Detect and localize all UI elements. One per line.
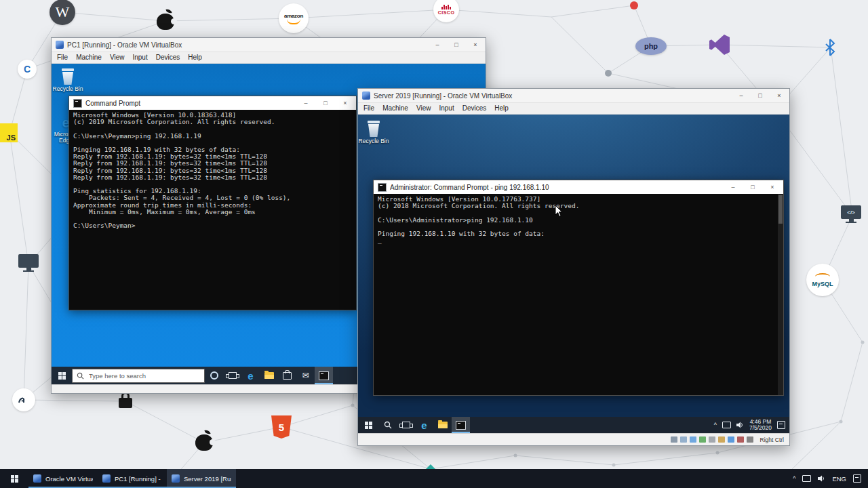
search-button[interactable] bbox=[378, 417, 397, 433]
file-explorer-button[interactable] bbox=[260, 367, 278, 384]
mysql-label: MySQL bbox=[812, 281, 833, 287]
vm1-cmd-window[interactable]: Command Prompt – □ × Microsoft Windows [… bbox=[68, 96, 357, 310]
taskbar-search[interactable] bbox=[72, 369, 205, 383]
cmd-scrollbar[interactable] bbox=[778, 194, 783, 395]
speaker-icon[interactable] bbox=[736, 422, 744, 428]
start-button[interactable] bbox=[358, 422, 378, 429]
start-button[interactable] bbox=[52, 372, 72, 380]
menu-help[interactable]: Help bbox=[490, 103, 513, 114]
taskbar-item-pc1[interactable]: PC1 [Running] - Or... bbox=[98, 469, 167, 488]
menu-view[interactable]: View bbox=[106, 52, 129, 63]
maximize-button[interactable]: □ bbox=[452, 41, 461, 48]
tray-chevron-icon[interactable]: ^ bbox=[714, 422, 717, 428]
virtualbox-window-server2019[interactable]: Server 2019 [Running] - Oracle VM Virtua… bbox=[357, 88, 790, 446]
vm2-taskbar: e ^ 4:46 PM 7/5/2020 bbox=[358, 417, 789, 433]
vm2-system-tray: ^ 4:46 PM 7/5/2020 bbox=[714, 419, 789, 432]
vm1-cmd-titlebar[interactable]: Command Prompt – □ × bbox=[69, 96, 356, 110]
menu-machine[interactable]: Machine bbox=[378, 103, 412, 114]
menu-devices[interactable]: Devices bbox=[152, 52, 184, 63]
vm2-statusbar: Right Ctrl bbox=[358, 433, 789, 445]
close-button[interactable]: × bbox=[774, 92, 784, 99]
php-label: php bbox=[644, 42, 658, 50]
search-icon bbox=[77, 372, 84, 380]
vm2-cmd-window[interactable]: Administrator: Command Prompt - ping 192… bbox=[373, 180, 784, 396]
menu-input[interactable]: Input bbox=[128, 52, 151, 63]
vm1-cmd-output[interactable]: Microsoft Windows [Version 10.0.18363.41… bbox=[69, 110, 356, 310]
task-view-button[interactable] bbox=[223, 367, 241, 384]
internet-explorer-button[interactable]: e bbox=[415, 417, 433, 433]
menu-machine[interactable]: Machine bbox=[72, 52, 106, 63]
internet-explorer-icon: e bbox=[421, 420, 427, 430]
clock[interactable]: 4:46 PM 7/5/2020 bbox=[749, 419, 772, 432]
cmd-icon bbox=[73, 99, 82, 108]
mail-icon: ✉ bbox=[302, 371, 309, 380]
audio-icon bbox=[690, 436, 696, 443]
cmd-close-button[interactable]: × bbox=[340, 100, 350, 106]
vm1-titlebar[interactable]: PC1 [Running] - Oracle VM VirtualBox – □… bbox=[52, 38, 486, 52]
language-indicator[interactable]: ENG bbox=[832, 475, 846, 483]
maximize-button[interactable]: □ bbox=[755, 92, 765, 99]
close-button[interactable]: × bbox=[471, 41, 480, 48]
cmd-maximize-button[interactable]: □ bbox=[321, 100, 330, 106]
windows-start-icon bbox=[11, 475, 18, 483]
menu-input[interactable]: Input bbox=[435, 103, 458, 114]
cmd-taskbar-button[interactable] bbox=[452, 417, 470, 433]
task-view-button[interactable] bbox=[397, 417, 415, 433]
menu-file[interactable]: File bbox=[53, 52, 72, 63]
recycle-bin-icon[interactable]: Recycle Bin bbox=[52, 68, 85, 92]
edge-icon: e bbox=[248, 371, 253, 381]
menu-devices[interactable]: Devices bbox=[458, 103, 491, 114]
amazon-icon: amazon bbox=[279, 3, 309, 33]
vm2-titlebar[interactable]: Server 2019 [Running] - Oracle VM Virtua… bbox=[358, 89, 789, 103]
vm2-cmd-titlebar[interactable]: Administrator: Command Prompt - ping 192… bbox=[374, 180, 783, 194]
taskbar-item-server2019[interactable]: Server 2019 [Runni... bbox=[167, 469, 236, 488]
html5-icon: 5 bbox=[271, 415, 292, 439]
tray-chevron-icon[interactable]: ^ bbox=[793, 476, 795, 482]
minimize-button[interactable]: – bbox=[433, 41, 442, 48]
taskbar-item-label: PC1 [Running] - Or... bbox=[115, 475, 162, 483]
folder-icon bbox=[264, 372, 274, 379]
host-start-button[interactable] bbox=[0, 469, 28, 488]
edge-taskbar-button[interactable]: e bbox=[241, 367, 260, 384]
code-monitor-icon: </> bbox=[841, 205, 861, 223]
host-key-label: Right Ctrl bbox=[760, 436, 784, 443]
cmd-taskbar-button[interactable] bbox=[315, 367, 333, 384]
menu-help[interactable]: Help bbox=[184, 52, 206, 63]
search-input[interactable] bbox=[87, 371, 200, 380]
store-button[interactable] bbox=[278, 367, 296, 384]
menu-view[interactable]: View bbox=[412, 103, 435, 114]
action-center-icon[interactable] bbox=[777, 421, 785, 429]
cmd-minimize-button[interactable]: – bbox=[301, 100, 311, 106]
cortana-button[interactable] bbox=[205, 367, 223, 384]
taskbar-item-virtualbox-manager[interactable]: Oracle VM VirtualB... bbox=[28, 469, 98, 488]
network-icon[interactable] bbox=[802, 475, 811, 482]
vm2-cmd-title: Administrator: Command Prompt - ping 192… bbox=[390, 184, 725, 191]
vm2-cmd-output[interactable]: Microsoft Windows [Version 10.0.17763.73… bbox=[374, 194, 783, 395]
mouse-integration-icon bbox=[747, 436, 753, 443]
menu-file[interactable]: File bbox=[359, 103, 378, 114]
file-explorer-button[interactable] bbox=[433, 417, 452, 433]
network-icon[interactable] bbox=[722, 422, 731, 428]
virtualbox-icon bbox=[56, 41, 64, 49]
task-view-icon bbox=[402, 422, 410, 428]
speaker-icon[interactable] bbox=[818, 475, 825, 482]
recycle-bin-icon[interactable]: Recycle Bin bbox=[358, 121, 391, 144]
monitor-icon bbox=[18, 254, 39, 272]
search-icon bbox=[384, 421, 392, 429]
bluetooth-icon bbox=[824, 38, 836, 57]
mail-button[interactable]: ✉ bbox=[296, 367, 315, 384]
php-icon: php bbox=[635, 37, 667, 55]
vm2-menubar: File Machine View Input Devices Help bbox=[358, 103, 789, 115]
store-bag-icon bbox=[283, 372, 292, 380]
gray-dot-icon bbox=[605, 70, 612, 77]
minimize-button[interactable]: – bbox=[736, 92, 746, 99]
cmd-maximize-button[interactable]: □ bbox=[748, 184, 757, 190]
cmd-close-button[interactable]: × bbox=[768, 184, 777, 190]
virtualbox-icon bbox=[172, 474, 180, 483]
cmd-minimize-button[interactable]: – bbox=[728, 184, 738, 190]
action-center-icon[interactable] bbox=[853, 474, 861, 483]
wordpress-letter: W bbox=[56, 3, 70, 21]
virtualbox-icon bbox=[102, 474, 111, 483]
cisco-label: CISCO bbox=[438, 10, 455, 15]
red-dot-icon bbox=[630, 1, 638, 9]
